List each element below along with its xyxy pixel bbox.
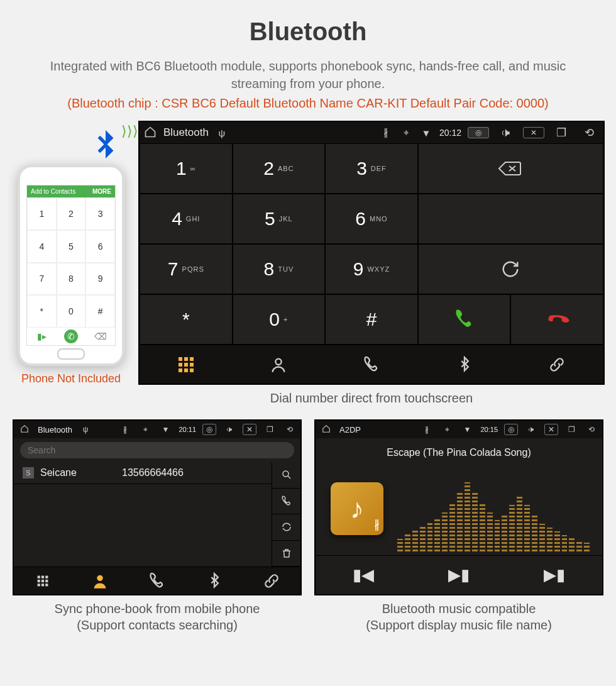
nav-call-log[interactable] [325, 345, 418, 384]
dialer-screenshot: Bluetooth ψ ∦ ⌖ ▼ 20:12 ◎ 🕩 ✕ ❐ ⟲ 1∞2ABC… [138, 121, 605, 385]
back-icon[interactable]: ⟲ [585, 425, 598, 434]
side-search-icon[interactable] [272, 462, 300, 489]
play-pause-button[interactable]: ▶▮ [411, 555, 507, 594]
contact-number: 13566664466 [122, 467, 184, 479]
dial-key-8[interactable]: 8TUV [233, 244, 326, 294]
backspace-button[interactable] [418, 143, 603, 194]
dial-key-0[interactable]: 0+ [233, 294, 326, 345]
home-icon[interactable] [319, 424, 333, 435]
mock-call-icon: ✆ [64, 329, 78, 343]
close-app-icon[interactable]: ✕ [523, 127, 544, 138]
mock-key: 5 [57, 230, 86, 263]
a2dp-screenshot: A2DP ∦ ⌖ ▼ 20:15 ◎ 🕩 ✕ ❐ ⟲ Escape (The P… [314, 419, 603, 595]
mock-key: 0 [57, 295, 86, 328]
clock: 20:11 [179, 426, 196, 433]
recent-apps-icon[interactable]: ❐ [564, 425, 578, 434]
phonebook-caption-l2: (Support contacts searching) [13, 617, 302, 633]
dial-key-6[interactable]: 6MNO [325, 194, 418, 244]
bt-status-icon: ∦ [420, 425, 434, 434]
spec-line: (Bluetooth chip : CSR BC6 Default Blueto… [0, 96, 616, 111]
mock-key: 9 [85, 263, 115, 296]
mock-backspace-icon: ⌫ [85, 328, 115, 345]
side-delete-icon[interactable] [272, 541, 300, 567]
nav-pair[interactable] [510, 345, 603, 384]
mock-key: 2 [57, 197, 86, 230]
nav-bluetooth[interactable] [418, 345, 511, 384]
recent-apps-icon[interactable]: ❐ [263, 425, 277, 434]
statusbar-title: Bluetooth [163, 126, 209, 139]
clock: 20:15 [480, 426, 498, 433]
side-call-icon[interactable] [272, 489, 300, 515]
phonebook-screenshot: Bluetooth ψ ∦ ⌖ ▼ 20:11 ◎ 🕩 ✕ ❐ ⟲ S [13, 419, 302, 595]
mock-topbar-left: Add to Contacts [31, 188, 75, 195]
close-app-icon[interactable]: ✕ [243, 424, 256, 435]
mock-video-icon: ▮▸ [27, 328, 57, 345]
dial-key-4[interactable]: 4GHI [140, 194, 233, 244]
nav-pair[interactable] [243, 567, 300, 594]
mock-key: 4 [27, 230, 57, 263]
next-track-button[interactable]: ▶▮ [507, 555, 602, 594]
svg-point-0 [276, 358, 282, 364]
nav-contacts[interactable] [233, 345, 326, 384]
dial-key-3[interactable]: 3DEF [325, 143, 418, 194]
music-note-icon: ♪ [350, 493, 364, 524]
screenshot-icon[interactable]: ◎ [504, 424, 518, 435]
usb-icon: ψ [79, 425, 92, 434]
dial-key-#[interactable]: # [325, 294, 418, 345]
redial-button[interactable] [418, 244, 603, 294]
screenshot-icon[interactable]: ◎ [202, 424, 216, 435]
call-button[interactable] [418, 294, 511, 345]
nav-dialpad[interactable] [14, 567, 71, 594]
contact-initial: S [23, 467, 34, 479]
smartphone-mock: Add to Contacts MORE 123456789*0# ▮▸ ✆ ⌫ [18, 165, 124, 366]
phonebook-caption-l1: Sync phone-book from mobile phone [13, 600, 302, 617]
a2dp-caption-l1: Bluetooth music compatible [314, 600, 603, 617]
svg-point-2 [97, 575, 102, 580]
page-title: Bluetooth [0, 0, 616, 46]
mock-topbar-right: MORE [92, 188, 111, 195]
dial-key-5[interactable]: 5JKL [233, 194, 326, 244]
equalizer-visual [397, 482, 590, 551]
album-art: ♪ ∦ [331, 482, 383, 535]
volume-icon[interactable]: 🕩 [495, 126, 517, 140]
contact-row[interactable]: S Seicane 13566664466 [14, 462, 272, 484]
bt-status-icon: ∦ [118, 425, 132, 434]
page-subtitle: Integrated with BC6 Bluetooth module, su… [35, 57, 581, 92]
wireless-waves-icon: ⟩⟩⟩ [121, 123, 138, 140]
mock-key: 3 [85, 197, 115, 230]
dial-key-2[interactable]: 2ABC [233, 143, 326, 194]
volume-icon[interactable]: 🕩 [223, 425, 236, 434]
mock-key: 6 [85, 230, 115, 263]
home-icon[interactable] [18, 424, 31, 435]
hangup-button[interactable] [510, 294, 603, 345]
recent-apps-icon[interactable]: ❐ [551, 126, 572, 140]
screenshot-icon[interactable]: ◎ [468, 127, 489, 138]
close-app-icon[interactable]: ✕ [544, 424, 558, 435]
search-input[interactable] [20, 442, 294, 458]
prev-track-button[interactable]: ▮◀ [316, 555, 411, 594]
clock: 20:12 [439, 128, 461, 138]
song-title: Escape (The Pina Colada Song) [387, 447, 531, 458]
svg-point-1 [283, 471, 289, 477]
nav-bluetooth[interactable] [186, 567, 243, 594]
dial-key-1[interactable]: 1∞ [140, 143, 233, 194]
phone-caption: Phone Not Included [11, 372, 131, 385]
back-icon[interactable]: ⟲ [283, 425, 297, 434]
a2dp-caption-l2: (Support display music file name) [314, 617, 603, 633]
contact-name: Seicane [40, 467, 116, 479]
nav-dialpad[interactable] [140, 345, 233, 384]
gps-icon: ⌖ [138, 425, 152, 434]
home-icon[interactable] [143, 126, 157, 140]
nav-call-log[interactable] [128, 567, 185, 594]
gps-icon: ⌖ [399, 127, 413, 138]
dial-key-*[interactable]: * [140, 294, 233, 345]
nav-contacts[interactable] [71, 567, 128, 594]
mock-key: 1 [27, 197, 57, 230]
side-sync-icon[interactable] [272, 514, 300, 541]
volume-icon[interactable]: 🕩 [524, 425, 538, 434]
back-icon[interactable]: ⟲ [578, 126, 600, 140]
dial-key-7[interactable]: 7PQRS [140, 244, 233, 294]
dial-key-9[interactable]: 9WXYZ [325, 244, 418, 294]
mock-key: # [85, 295, 115, 328]
wifi-icon: ▼ [460, 425, 474, 434]
